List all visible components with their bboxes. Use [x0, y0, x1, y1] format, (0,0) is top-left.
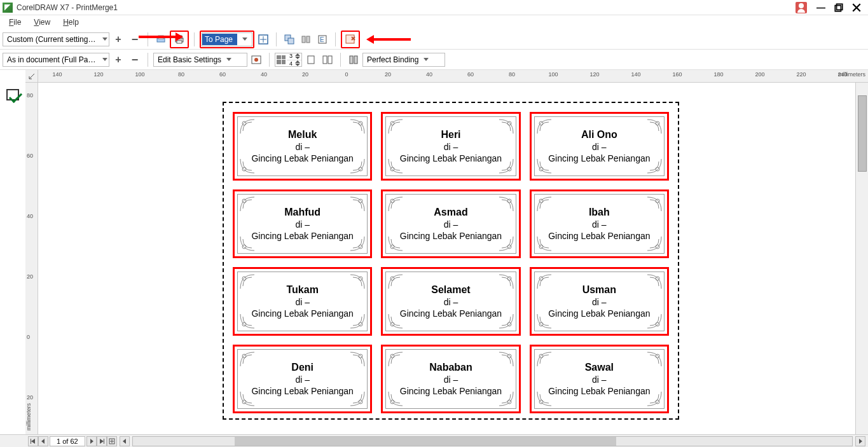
card-inner: Heridi –Gincing Lebak Peniangan	[385, 116, 516, 176]
print-style-dropdown[interactable]: Custom (Current settings no...	[3, 32, 109, 46]
hscroll-right-button[interactable]	[855, 436, 865, 446]
ornament-corner-icon	[239, 118, 256, 135]
merge-card[interactable]: Heridi –Gincing Lebak Peniangan	[381, 112, 520, 181]
card-inner: Melukdi –Gincing Lebak Peniangan	[237, 116, 368, 176]
minimize-button[interactable]: ―	[812, 1, 830, 14]
window-title: CorelDRAW X7 - PrintMerge1	[17, 3, 796, 12]
separator	[276, 32, 277, 46]
left-toolbox	[0, 70, 25, 434]
add-page-tab-button[interactable]	[107, 436, 117, 446]
svg-marker-88	[123, 439, 126, 444]
next-page-button[interactable]	[86, 436, 97, 446]
hscroll-left-button[interactable]	[120, 436, 130, 446]
merge-card[interactable]: Asmaddi –Gincing Lebak Peniangan	[381, 189, 520, 258]
ruler-origin-button[interactable]	[25, 70, 38, 83]
card-di-label: di –	[444, 219, 458, 230]
ornament-corner-icon	[387, 158, 404, 174]
ruler-v-units: millimeters	[25, 403, 38, 430]
card-address: Gincing Lebak Peniangan	[251, 386, 353, 396]
workspace: millimeters 1401201008060402002040608010…	[0, 70, 868, 434]
svg-rect-24	[323, 56, 327, 64]
merge-card[interactable]: Ibahdi –Gincing Lebak Peniangan	[530, 189, 669, 258]
remove-preset-button[interactable]: −	[128, 32, 142, 46]
horizontal-ruler[interactable]: millimeters 1401201008060402002040608010…	[38, 70, 868, 83]
ornament-corner-icon	[498, 351, 514, 368]
ruler-tick: 240	[837, 71, 847, 78]
full-screen-button[interactable]	[282, 32, 296, 46]
first-page-button[interactable]	[28, 436, 38, 446]
menu-file[interactable]: File	[4, 17, 26, 28]
scroll-thumb[interactable]	[858, 95, 867, 172]
merge-card[interactable]: Tukamdi –Gincing Lebak Peniangan	[233, 267, 372, 336]
double-sided-button[interactable]	[320, 53, 334, 67]
svg-point-52	[656, 199, 659, 203]
card-name: Asmad	[434, 207, 467, 218]
svg-point-78	[656, 400, 659, 404]
chevron-down-icon	[242, 38, 247, 41]
pick-tool-icon[interactable]	[6, 89, 19, 100]
page-orientation-dropdown[interactable]: As in document (Full Page)	[3, 53, 109, 67]
merge-card[interactable]: Usmandi –Gincing Lebak Peniangan	[530, 267, 669, 336]
ruler-tick: 80	[509, 71, 515, 78]
svg-point-37	[390, 167, 394, 171]
svg-point-57	[242, 322, 246, 326]
zoom-fit-button[interactable]	[256, 32, 270, 46]
ornament-corner-icon	[239, 158, 256, 174]
last-page-button[interactable]	[97, 436, 107, 446]
svg-marker-81	[41, 439, 45, 444]
svg-point-33	[242, 167, 246, 171]
prev-page-button[interactable]	[38, 436, 48, 446]
print-options-button[interactable]	[154, 32, 168, 46]
single-sided-button[interactable]	[304, 53, 318, 67]
card-di-label: di –	[592, 375, 607, 385]
add-page-button[interactable]: +	[111, 53, 125, 67]
scroll-thumb[interactable]	[235, 437, 616, 446]
user-avatar-icon[interactable]	[796, 2, 807, 13]
merge-card[interactable]: Selametdi –Gincing Lebak Peniangan	[381, 267, 520, 336]
red-arrow-annotation	[373, 38, 411, 41]
ornament-corner-icon	[349, 235, 366, 252]
edit-settings-dropdown[interactable]: Edit Basic Settings	[153, 53, 247, 67]
card-address: Gincing Lebak Peniangan	[548, 153, 650, 163]
vertical-scrollbar[interactable]	[855, 83, 868, 434]
remove-page-button[interactable]: −	[128, 53, 142, 67]
merge-card[interactable]: Sawaldi –Gincing Lebak Peniangan	[530, 345, 669, 413]
merge-card[interactable]: Denidi –Gincing Lebak Peniangan	[233, 345, 372, 413]
binding-dropdown[interactable]: Perfect Binding	[362, 53, 445, 67]
card-inner: Ali Onodi –Gincing Lebak Peniangan	[534, 116, 665, 176]
horizontal-scrollbar[interactable]	[132, 436, 853, 446]
title-bar: CorelDRAW X7 - PrintMerge1 ―	[0, 0, 868, 15]
add-preset-button[interactable]: +	[111, 32, 125, 46]
close-button[interactable]	[848, 1, 865, 14]
binding-button[interactable]	[347, 53, 361, 67]
separator	[340, 53, 341, 67]
zoom-value: To Page	[202, 34, 237, 45]
menu-help[interactable]: Help	[58, 17, 84, 28]
vertical-ruler[interactable]: millimeters 80604020020	[25, 83, 38, 434]
rows-cols-spinner[interactable]: 3 4	[275, 53, 302, 67]
ornament-corner-icon	[498, 313, 514, 329]
svg-rect-23	[308, 56, 314, 64]
card-name: Selamet	[431, 284, 470, 296]
ornament-corner-icon	[349, 196, 366, 212]
zoom-dropdown[interactable]: To Page	[202, 32, 252, 46]
invert-button[interactable]: E	[315, 32, 329, 46]
card-address: Gincing Lebak Peniangan	[251, 231, 353, 241]
menu-view[interactable]: View	[29, 17, 55, 28]
ornament-corner-icon	[498, 158, 514, 174]
toolbar-2: As in document (Full Page) + − Edit Basi…	[0, 50, 868, 70]
merge-card[interactable]: Ali Onodi –Gincing Lebak Peniangan	[530, 112, 669, 181]
merge-card[interactable]: Nababandi –Gincing Lebak Peniangan	[381, 345, 520, 413]
imposition-tool-button[interactable]	[249, 53, 263, 67]
card-inner: Asmaddi –Gincing Lebak Peniangan	[385, 194, 516, 254]
page-surface[interactable]: Melukdi –Gincing Lebak PenianganHeridi –…	[38, 83, 855, 434]
restore-button[interactable]	[830, 1, 848, 14]
close-preview-button[interactable]	[343, 32, 357, 46]
svg-point-67	[242, 354, 246, 358]
page-info[interactable]: 1 of 62	[50, 436, 85, 446]
merge-card[interactable]: Melukdi –Gincing Lebak Peniangan	[233, 112, 372, 181]
merge-card[interactable]: Mahfuddi –Gincing Lebak Peniangan	[233, 189, 372, 258]
card-address: Gincing Lebak Peniangan	[400, 231, 502, 241]
ornament-corner-icon	[239, 235, 256, 252]
mirror-button[interactable]	[299, 32, 313, 46]
